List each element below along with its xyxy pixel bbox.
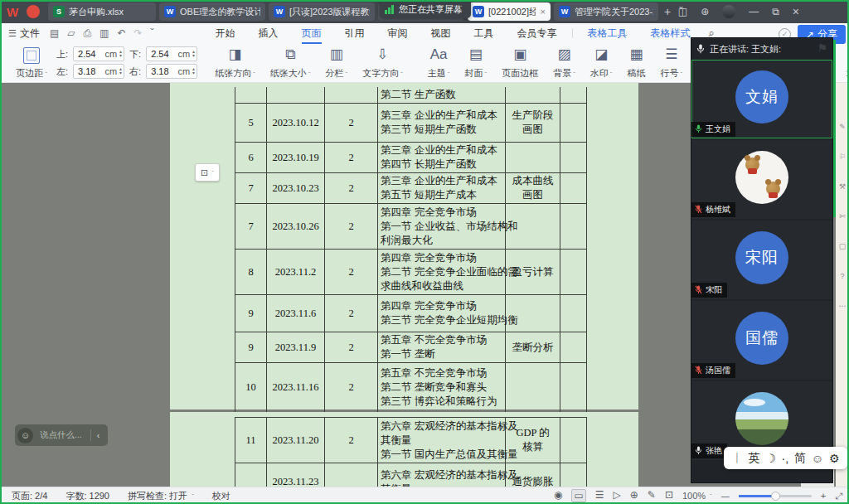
redo-icon[interactable]: ↷	[133, 27, 142, 39]
cell-content[interactable]: 第三章 企业的生产和成本第三节 短期生产函数	[378, 104, 506, 143]
cell-hours[interactable]: 2	[325, 143, 378, 173]
watermark-button[interactable]: ◪水印ˇ	[583, 46, 620, 80]
zoom-slider[interactable]	[739, 495, 812, 497]
margin-input[interactable]: 3.18cm▴▾	[73, 64, 124, 79]
cell-hours[interactable]	[325, 463, 378, 487]
cell-content[interactable]: 第四章 完全竞争市场第三节 完全竞争企业短期均衡	[378, 295, 506, 332]
page-indicator[interactable]: 页面: 2/4	[12, 490, 47, 502]
zoom-slider-thumb[interactable]	[771, 492, 780, 501]
margin-stepper[interactable]: ▴▾	[119, 67, 122, 75]
cell-note[interactable]: 通货膨胀	[506, 463, 560, 487]
ime-settings-icon[interactable]: ⚙	[829, 452, 840, 465]
menu-item-开始[interactable]: 开始	[204, 24, 247, 43]
save-icon[interactable]: ▤	[50, 27, 59, 39]
edit-mode-icon[interactable]: ✎	[648, 489, 656, 502]
cell-note[interactable]	[506, 143, 560, 173]
cell-content[interactable]: 第六章 宏观经济的基本指标及其衡量第一节 国内生产总值及其衡量	[378, 418, 506, 463]
grid-paper-button[interactable]: ▦稿纸	[620, 46, 653, 80]
cell-note[interactable]	[506, 295, 560, 332]
cover-page-button[interactable]: ▤封面ˇ	[457, 46, 494, 80]
menu-item-审阅[interactable]: 审阅	[376, 24, 420, 43]
schedule-table-page3[interactable]: 112023.11.202第六章 宏观经济的基本指标及其衡量第一节 国内生产总值…	[235, 417, 587, 487]
cell-note[interactable]	[506, 363, 560, 413]
file-menu[interactable]: ☰ 文件	[8, 27, 40, 41]
menu-item-工具[interactable]: 工具	[463, 24, 506, 43]
cell-content[interactable]: 第二节 生产函数	[378, 87, 506, 104]
cell-date[interactable]: 2023.11.16	[267, 363, 325, 413]
cell-content[interactable]: 第三章 企业的生产和成本第五节 短期生产成本	[378, 173, 506, 204]
tab-close-icon[interactable]: ×	[541, 7, 546, 17]
text-direction-button[interactable]: ⇩文字方向ˇ	[355, 46, 410, 80]
table-row[interactable]: 92023.11.92第五章 不完全竞争市场第一节 垄断垄断分析	[235, 332, 587, 363]
cell-hours[interactable]: 2	[325, 104, 378, 143]
page-margins-button[interactable]: 页边距ˇ	[10, 46, 53, 80]
menu-item-会员专享[interactable]: 会员专享	[506, 24, 569, 43]
margin-input[interactable]: 2.54cm▴▾	[73, 46, 124, 61]
columns-button[interactable]: ▥分栏ˇ	[318, 46, 355, 80]
emoji-icon[interactable]: ☺	[17, 428, 33, 443]
cell-content[interactable]: 第五章 不完全竞争市场第二节 垄断竞争和寡头第三节 博弈论和策略行为	[378, 363, 506, 413]
ime-simplified[interactable]: 简	[794, 451, 806, 466]
cell-week-no[interactable]: 8	[235, 250, 267, 295]
document-page-3[interactable]: 112023.11.202第六章 宏观经济的基本指标及其衡量第一节 国内生产总值…	[170, 412, 638, 487]
side-help-icon[interactable]: ?	[840, 272, 844, 280]
margin-stepper[interactable]: ▴▾	[192, 67, 195, 75]
line-number-button[interactable]: ☰行号ˇ	[653, 46, 691, 80]
document-page-2[interactable]: 第二节 生产函数52023.10.122第三章 企业的生产和成本第三节 短期生产…	[170, 83, 638, 410]
export-icon[interactable]: ▱	[67, 27, 75, 39]
new-tab-button[interactable]: +	[664, 5, 671, 18]
participant-tile[interactable]: 杨维斌	[691, 140, 832, 219]
cell-hours[interactable]: 2	[325, 363, 378, 413]
cell-note[interactable]: 成本曲线画图	[506, 173, 560, 204]
cell-week-no[interactable]: 7	[235, 204, 267, 250]
restore-button[interactable]: ⧉	[772, 6, 779, 17]
cell-date[interactable]: 2023.10.26	[267, 204, 325, 250]
cell-hours[interactable]: 2	[325, 418, 378, 463]
cell-week-no[interactable]: 10	[235, 363, 267, 413]
menu-item-表格工具[interactable]: 表格工具	[576, 24, 639, 43]
table-row[interactable]: 2023.11.23第六章 宏观经济的基本指标及其衡量通货膨胀	[235, 463, 587, 487]
print-preview-icon[interactable]: ▥	[99, 27, 109, 39]
file-tab[interactable]: W[只读]2023版课程教学	[269, 2, 375, 21]
side-panel-icon[interactable]: ◫	[678, 6, 687, 17]
cell-extra[interactable]	[560, 295, 587, 332]
cell-week-no[interactable]	[235, 463, 267, 487]
side-edit-icon[interactable]: ✎	[839, 123, 846, 131]
quickbar-chevron-icon[interactable]: ˇ	[151, 27, 154, 39]
cell-extra[interactable]	[560, 204, 587, 250]
cell-hours[interactable]: 2	[325, 173, 378, 204]
file-tab[interactable]: S茅台申购.xlsx	[48, 2, 156, 21]
spellcheck-toggle[interactable]: 拼写检查: 打开ˇ	[128, 490, 194, 502]
margin-stepper[interactable]: ▴▾	[119, 50, 122, 58]
cell-date[interactable]: 2023.10.19	[267, 143, 325, 173]
cell-date[interactable]	[267, 87, 325, 104]
cell-content[interactable]: 第三章 企业的生产和成本第四节 长期生产函数	[378, 143, 506, 173]
cell-week-no[interactable]: 9	[235, 332, 267, 363]
cell-week-no[interactable]: 6	[235, 143, 267, 173]
cell-hours[interactable]	[325, 87, 378, 104]
cell-date[interactable]: 2023.11.20	[267, 418, 325, 463]
cell-extra[interactable]	[560, 143, 587, 173]
cell-extra[interactable]	[560, 250, 587, 295]
margin-input[interactable]: 2.54cm▴▾	[146, 46, 197, 61]
cell-week-no[interactable]: 9	[235, 295, 267, 332]
table-row[interactable]: 92023.11.62第四章 完全竞争市场第三节 完全竞争企业短期均衡	[235, 295, 587, 332]
cell-date[interactable]: 2023.11.23	[267, 463, 325, 487]
meeting-chat-bar[interactable]: ☺ 说点什么... ‹	[15, 424, 108, 446]
cell-extra[interactable]	[560, 87, 587, 104]
cell-extra[interactable]	[560, 363, 587, 413]
cell-extra[interactable]	[560, 104, 587, 143]
cell-note[interactable]: 生产阶段画图	[506, 104, 560, 143]
fit-page-icon[interactable]: ⊡	[665, 489, 673, 502]
cell-content[interactable]: 第四章 完全竞争市场第一节 企业收益、市场结构和利润最大化	[378, 204, 506, 250]
cell-extra[interactable]	[560, 418, 587, 463]
cell-hours[interactable]: 2	[325, 250, 378, 295]
ime-punctuation-icon[interactable]: ·,	[782, 452, 789, 465]
participant-tile[interactable]: 宋阳宋阳	[691, 220, 832, 299]
cell-content[interactable]: 第四章 完全竞争市场第二节 完全竞争企业面临的需求曲线和收益曲线	[378, 250, 506, 295]
file-tab[interactable]: W[0221002]经济学+教×	[468, 2, 551, 21]
cell-hours[interactable]: 2	[325, 204, 378, 250]
zoom-level[interactable]: 100%ˇ	[682, 491, 712, 501]
wps-logo[interactable]: W	[0, 5, 25, 19]
cell-date[interactable]: 2023.11.2	[267, 250, 325, 295]
